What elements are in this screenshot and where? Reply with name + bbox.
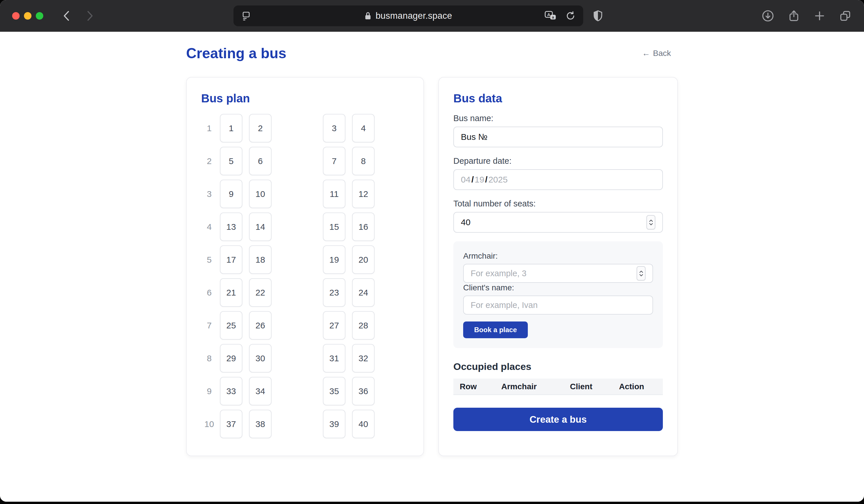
create-a-bus-button[interactable]: Create a bus xyxy=(453,408,663,431)
seat-button[interactable]: 11 xyxy=(323,180,345,208)
row-number-label: 5 xyxy=(201,255,217,265)
seat-button[interactable]: 32 xyxy=(352,344,375,372)
close-window-button[interactable] xyxy=(12,12,20,20)
seat-button[interactable]: 15 xyxy=(323,212,345,241)
seat-button[interactable]: 7 xyxy=(323,147,345,175)
seat-button[interactable]: 30 xyxy=(249,344,272,372)
seat-button[interactable]: 5 xyxy=(220,147,242,175)
seat-button[interactable]: 1 xyxy=(220,114,242,143)
seat-button[interactable]: 14 xyxy=(249,212,272,241)
seat-grid-row: 6 21 22 23 24 xyxy=(201,278,409,307)
seat-button[interactable]: 8 xyxy=(352,147,375,175)
seat-grid-row: 9 33 34 35 36 xyxy=(201,377,409,405)
seat-button[interactable]: 25 xyxy=(220,311,242,340)
bus-plan-card: Bus plan 1 1 2 3 4 2 5 xyxy=(186,77,424,456)
total-seats-input[interactable]: 40 xyxy=(453,212,663,233)
seat-button[interactable]: 29 xyxy=(220,344,242,372)
seat-button[interactable]: 34 xyxy=(249,377,272,405)
seat-button[interactable]: 27 xyxy=(323,311,345,340)
client-name-placeholder: For example, Ivan xyxy=(471,300,538,310)
armchair-label: Armchair: xyxy=(463,251,653,261)
seat-button[interactable]: 39 xyxy=(323,410,345,438)
seat-button[interactable]: 4 xyxy=(352,114,375,143)
seat-button[interactable]: 9 xyxy=(220,180,242,208)
seat-grid-row: 4 13 14 15 16 xyxy=(201,212,409,241)
new-tab-icon[interactable] xyxy=(813,10,826,22)
bus-data-title: Bus data xyxy=(453,92,663,105)
seat-button[interactable]: 6 xyxy=(249,147,272,175)
back-icon[interactable] xyxy=(63,10,70,22)
seat-button[interactable]: 23 xyxy=(323,278,345,307)
seat-grid-row: 10 37 38 39 40 xyxy=(201,410,409,438)
forward-icon[interactable] xyxy=(87,10,94,22)
seat-button[interactable]: 28 xyxy=(352,311,375,340)
address-bar[interactable]: busmanager.space A a xyxy=(233,5,583,26)
number-stepper[interactable] xyxy=(646,215,655,230)
date-day-segment[interactable]: 19 xyxy=(475,175,484,184)
seat-grid-row: 8 29 30 31 32 xyxy=(201,344,409,372)
armchair-input[interactable]: For example, 3 xyxy=(463,264,653,283)
zoom-window-button[interactable] xyxy=(36,12,43,20)
seat-button[interactable]: 21 xyxy=(220,278,242,307)
browser-window: busmanager.space A a xyxy=(0,0,864,502)
seat-button[interactable]: 31 xyxy=(323,344,345,372)
seat-button[interactable]: 12 xyxy=(352,180,375,208)
number-stepper[interactable] xyxy=(637,266,646,281)
bus-name-input[interactable]: Bus № xyxy=(453,126,663,147)
total-seats-label: Total number of seats: xyxy=(453,199,663,208)
departure-date-input[interactable]: 04/19/2025 xyxy=(453,169,663,190)
row-number-label: 9 xyxy=(201,386,217,396)
page-content: Creating a bus ← Back Bus plan 1 1 2 xyxy=(0,32,864,502)
seat-button[interactable]: 40 xyxy=(352,410,375,438)
bus-data-card: Bus data Bus name: Bus № Departure date:… xyxy=(439,77,678,456)
row-number-label: 8 xyxy=(201,354,217,363)
seat-button[interactable]: 19 xyxy=(323,245,345,274)
seat-grid: 1 1 2 3 4 2 5 6 7 xyxy=(201,114,409,438)
date-year-segment[interactable]: 2025 xyxy=(488,175,508,184)
url-text: busmanager.space xyxy=(375,11,452,21)
row-number-label: 3 xyxy=(201,189,217,199)
share-icon[interactable] xyxy=(787,9,801,23)
downloads-icon[interactable] xyxy=(761,9,775,23)
tab-overview-icon[interactable] xyxy=(839,9,852,23)
departure-date-label: Departure date: xyxy=(453,156,663,166)
seat-button[interactable]: 2 xyxy=(249,114,272,143)
seat-button[interactable]: 18 xyxy=(249,245,272,274)
seat-button[interactable]: 24 xyxy=(352,278,375,307)
seat-button[interactable]: 3 xyxy=(323,114,345,143)
seat-button[interactable]: 16 xyxy=(352,212,375,241)
browser-toolbar: busmanager.space A a xyxy=(0,0,864,32)
translate-icon[interactable]: A a xyxy=(544,11,557,21)
seat-button[interactable]: 10 xyxy=(249,180,272,208)
book-a-place-button[interactable]: Book a place xyxy=(463,321,528,338)
svg-text:a: a xyxy=(552,15,554,19)
seat-grid-row: 3 9 10 11 12 xyxy=(201,180,409,208)
traffic-lights xyxy=(12,12,43,20)
back-link[interactable]: ← Back xyxy=(642,49,671,58)
seat-button[interactable]: 20 xyxy=(352,245,375,274)
seat-button[interactable]: 13 xyxy=(220,212,242,241)
seat-grid-row: 5 17 18 19 20 xyxy=(201,245,409,274)
seat-button[interactable]: 37 xyxy=(220,410,242,438)
seat-button[interactable]: 33 xyxy=(220,377,242,405)
privacy-shield-icon[interactable] xyxy=(592,9,604,23)
client-name-label: Client's name: xyxy=(463,283,653,293)
seat-button[interactable]: 35 xyxy=(323,377,345,405)
seat-button[interactable]: 38 xyxy=(249,410,272,438)
back-link-label: Back xyxy=(653,49,671,58)
reload-icon[interactable] xyxy=(565,11,576,21)
back-arrow-icon: ← xyxy=(642,49,650,58)
date-month-segment[interactable]: 04 xyxy=(461,175,470,184)
client-name-input[interactable]: For example, Ivan xyxy=(463,296,653,315)
seat-button[interactable]: 22 xyxy=(249,278,272,307)
total-seats-value: 40 xyxy=(461,218,470,227)
seat-button[interactable]: 26 xyxy=(249,311,272,340)
seat-button[interactable]: 17 xyxy=(220,245,242,274)
column-header-armchair: Armchair xyxy=(501,382,570,391)
row-number-label: 4 xyxy=(201,222,217,232)
seat-button[interactable]: 36 xyxy=(352,377,375,405)
row-number-label: 10 xyxy=(201,419,217,429)
row-number-label: 2 xyxy=(201,156,217,166)
page-format-icon[interactable] xyxy=(241,11,251,21)
minimize-window-button[interactable] xyxy=(24,12,32,20)
